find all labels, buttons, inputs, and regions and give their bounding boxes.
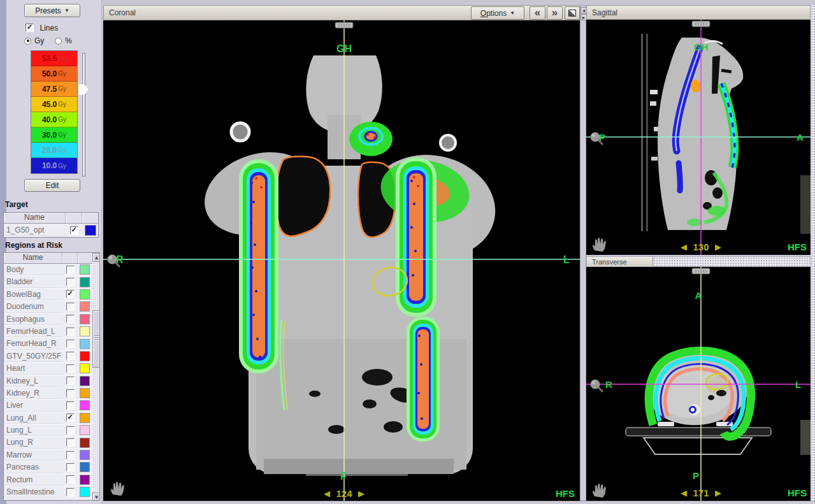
dose-level-row[interactable]: 20.0 Gy bbox=[31, 143, 77, 158]
dose-slider-track[interactable] bbox=[82, 53, 85, 176]
gy-radio[interactable] bbox=[24, 38, 31, 45]
roi-row[interactable]: Pancreas ✓ bbox=[4, 461, 92, 473]
roi-color-swatch[interactable] bbox=[80, 400, 90, 410]
roi-row[interactable]: Kidney_R ✓ bbox=[4, 387, 92, 400]
roi-visibility-checkbox[interactable]: ✓ bbox=[66, 315, 75, 323]
roi-row[interactable]: Liver ✓ bbox=[4, 400, 92, 412]
dose-slider-thumb[interactable] bbox=[78, 84, 89, 95]
scrollbar-thumb[interactable] bbox=[92, 310, 100, 368]
slice-prev-arrow[interactable]: ◀ bbox=[681, 488, 687, 498]
previous-slice-button[interactable]: « bbox=[530, 6, 545, 20]
roi-visibility-checkbox[interactable]: ✓ bbox=[66, 389, 75, 398]
roi-color-swatch[interactable] bbox=[80, 277, 90, 287]
dose-level-row[interactable]: 40.0 Gy bbox=[31, 112, 77, 127]
roi-color-swatch[interactable] bbox=[80, 462, 90, 472]
roi-color-swatch[interactable] bbox=[80, 487, 90, 497]
next-slice-button[interactable]: » bbox=[547, 6, 563, 20]
percent-radio[interactable] bbox=[55, 38, 62, 45]
roi-color-swatch[interactable] bbox=[80, 301, 90, 312]
roi-color-swatch[interactable] bbox=[80, 413, 90, 423]
target-color-swatch[interactable] bbox=[85, 225, 96, 236]
roi-row[interactable]: Heart ✓ bbox=[4, 363, 92, 375]
roi-visibility-checkbox[interactable]: ✓ bbox=[66, 266, 75, 274]
slice-next-arrow[interactable]: ▶ bbox=[358, 489, 364, 498]
roi-row[interactable]: Esophagus ✓ bbox=[4, 313, 92, 326]
dose-level-row[interactable]: 47.5 Gy bbox=[31, 82, 77, 97]
roi-visibility-checkbox[interactable]: ✓ bbox=[66, 401, 75, 410]
presets-button[interactable]: Presets ▼ bbox=[24, 4, 80, 17]
roi-visibility-checkbox[interactable]: ✓ bbox=[66, 438, 75, 447]
scroll-up-button[interactable]: ▲ bbox=[92, 253, 100, 262]
options-button[interactable]: Options ▼ bbox=[471, 6, 524, 20]
scroll-down-button[interactable]: ▼ bbox=[92, 493, 100, 501]
slice-drag-handle[interactable] bbox=[692, 268, 710, 274]
roi-color-swatch[interactable] bbox=[80, 289, 90, 299]
slice-next-arrow[interactable]: ▶ bbox=[715, 242, 721, 252]
roi-visibility-checkbox[interactable]: ✓ bbox=[66, 328, 75, 336]
roi-row[interactable]: Lung_All ✓ bbox=[4, 412, 92, 424]
roi-color-swatch[interactable] bbox=[80, 475, 90, 485]
roi-row[interactable]: Marrow ✓ bbox=[4, 449, 92, 461]
slice-prev-arrow[interactable]: ◀ bbox=[681, 242, 687, 252]
dose-level-row[interactable]: 50.0 Gy bbox=[31, 66, 77, 82]
roi-visibility-checkbox[interactable]: ✓ bbox=[66, 340, 75, 348]
roi-visibility-checkbox[interactable]: ✓ bbox=[66, 364, 75, 373]
slice-drag-handle[interactable] bbox=[335, 22, 353, 28]
roi-color-swatch[interactable] bbox=[80, 326, 90, 336]
layout-toggle-button[interactable] bbox=[565, 6, 580, 20]
roi-color-swatch[interactable] bbox=[80, 363, 90, 373]
roi-visibility-checkbox[interactable]: ✓ bbox=[66, 475, 75, 484]
roi-color-swatch[interactable] bbox=[80, 314, 90, 324]
regions-scrollbar[interactable]: ▲ ▼ bbox=[92, 253, 100, 501]
target-row[interactable]: 1_G50_opt ✓ bbox=[4, 224, 98, 237]
roi-row[interactable]: Lung_R ✓ bbox=[4, 436, 92, 449]
roi-visibility-checkbox[interactable]: ✓ bbox=[66, 414, 75, 422]
crosshair-drag-knob[interactable] bbox=[591, 380, 603, 392]
roi-row[interactable]: FemurHead_R ✓ bbox=[4, 338, 92, 350]
roi-row[interactable]: Body ✓ bbox=[4, 264, 92, 276]
roi-name: BowelBag bbox=[4, 289, 62, 300]
roi-visibility-checkbox[interactable]: ✓ bbox=[66, 451, 75, 459]
roi-color-swatch[interactable] bbox=[80, 450, 90, 460]
dose-level-row[interactable]: 53.5 Gy bbox=[31, 51, 77, 66]
slice-drag-handle[interactable] bbox=[692, 21, 710, 27]
roi-row[interactable]: Bladder ✓ bbox=[4, 276, 92, 288]
roi-visibility-checkbox[interactable]: ✓ bbox=[66, 278, 75, 286]
roi-row[interactable]: SmallIntestine ✓ bbox=[4, 486, 92, 498]
roi-color-swatch[interactable] bbox=[80, 339, 90, 349]
transverse-canvas[interactable]: A R L P ◀ 171 ▶ HFS bbox=[586, 267, 811, 501]
roi-visibility-checkbox[interactable]: ✓ bbox=[66, 377, 75, 385]
roi-row[interactable]: Kidney_L ✓ bbox=[4, 375, 92, 387]
dose-level-row[interactable]: 10.0 Gy bbox=[31, 158, 77, 173]
lines-checkbox[interactable]: ✓ bbox=[25, 24, 34, 32]
view-splitter[interactable]: ◄ ► bbox=[580, 5, 586, 501]
transverse-view-tab[interactable]: Transverse bbox=[587, 257, 653, 266]
roi-row[interactable]: BowelBag ✓ bbox=[4, 289, 92, 301]
roi-row[interactable]: Rectum ✓ bbox=[4, 474, 92, 486]
roi-visibility-checkbox[interactable]: ✓ bbox=[66, 488, 75, 496]
roi-color-swatch[interactable] bbox=[80, 351, 90, 361]
target-visibility-checkbox[interactable]: ✓ bbox=[70, 226, 78, 234]
slice-prev-arrow[interactable]: ◀ bbox=[324, 489, 330, 498]
roi-visibility-checkbox[interactable]: ✓ bbox=[66, 290, 75, 298]
roi-visibility-checkbox[interactable]: ✓ bbox=[66, 352, 75, 360]
roi-color-swatch[interactable] bbox=[80, 388, 90, 398]
dose-level-row[interactable]: 45.0 Gy bbox=[31, 97, 77, 112]
sagittal-canvas[interactable]: GH P A ◀ 130 ▶ HFS bbox=[586, 20, 811, 255]
roi-color-swatch[interactable] bbox=[80, 438, 90, 448]
roi-row[interactable]: Duodenum ✓ bbox=[4, 301, 92, 313]
roi-color-swatch[interactable] bbox=[80, 376, 90, 386]
roi-row[interactable]: GTV_50GY/25F ✓ bbox=[4, 350, 92, 363]
regions-section-title: Regions at Risk bbox=[5, 241, 62, 250]
roi-visibility-checkbox[interactable]: ✓ bbox=[66, 303, 75, 311]
roi-color-swatch[interactable] bbox=[80, 264, 90, 275]
slice-next-arrow[interactable]: ▶ bbox=[715, 488, 721, 498]
edit-button[interactable]: Edit bbox=[24, 179, 80, 192]
roi-color-swatch[interactable] bbox=[80, 425, 90, 435]
coronal-canvas[interactable]: GH R L F ◀ 124 ▶ HFS bbox=[103, 20, 580, 501]
roi-row[interactable]: FemurHead_L ✓ bbox=[4, 326, 92, 338]
roi-visibility-checkbox[interactable]: ✓ bbox=[66, 426, 75, 435]
dose-level-row[interactable]: 30.0 Gy bbox=[31, 127, 77, 143]
roi-visibility-checkbox[interactable]: ✓ bbox=[66, 463, 75, 472]
roi-row[interactable]: Lung_L ✓ bbox=[4, 424, 92, 436]
